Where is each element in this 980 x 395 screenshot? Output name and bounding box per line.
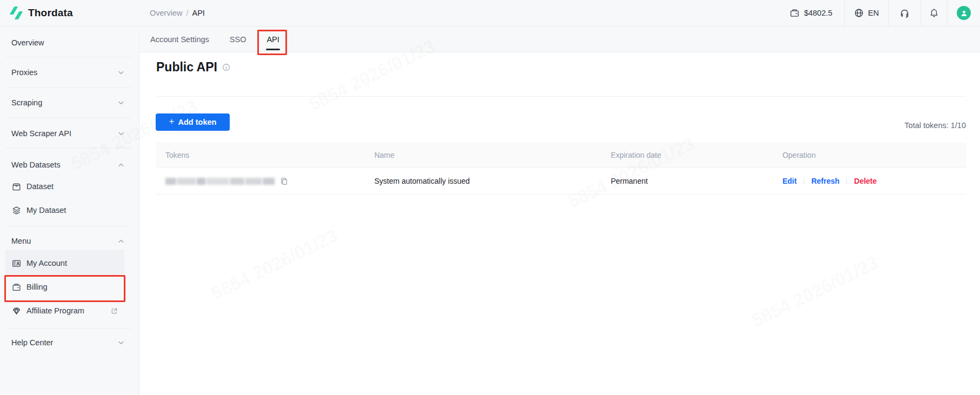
notifications-button[interactable] <box>921 0 948 26</box>
chevron-down-icon <box>118 341 124 345</box>
sidebar-divider <box>5 226 131 226</box>
chevron-down-icon <box>118 132 124 136</box>
globe-icon <box>854 8 864 18</box>
chevron-down-icon <box>118 101 124 105</box>
sidebar-item-label: Help Center <box>11 338 53 347</box>
billing-icon <box>12 283 21 292</box>
main-content: Public API + Add token Total tokens: 1/1… <box>140 52 980 395</box>
sidebar-item-dataset[interactable]: Dataset <box>0 177 139 196</box>
tab-api[interactable]: API <box>266 26 279 52</box>
sidebar-item-web-datasets[interactable]: Web Datasets <box>0 155 139 175</box>
sidebar-item-menu[interactable]: Menu <box>0 231 139 251</box>
refresh-link[interactable]: Refresh <box>811 177 839 185</box>
active-tab-underline <box>266 49 280 50</box>
thordata-dashboard: 5854 2026/01/23 5854 2026/01/23 5854 202… <box>0 0 980 395</box>
sidebar: Overview Proxies Scraping Web Scraper AP… <box>0 26 139 395</box>
sidebar-item-my-account[interactable]: My Account <box>0 252 139 274</box>
delete-link[interactable]: Delete <box>854 177 877 185</box>
balance-amount: $4802.5 <box>804 9 832 17</box>
wallet-icon <box>790 8 799 18</box>
sidebar-item-proxies[interactable]: Proxies <box>0 63 139 82</box>
info-icon[interactable] <box>222 63 230 71</box>
total-tokens-label: Total tokens: 1/10 <box>904 121 966 130</box>
sidebar-item-label: Web Scraper API <box>11 129 71 138</box>
sidebar-item-label: Overview <box>11 38 44 47</box>
my-dataset-icon <box>12 206 21 215</box>
chevron-down-icon <box>118 71 124 75</box>
sidebar-item-label: My Dataset <box>26 206 66 215</box>
sidebar-divider <box>5 148 131 148</box>
token-expiration: Permanent <box>602 177 774 185</box>
table-row: System automatically issued Permanent Ed… <box>156 168 966 195</box>
tab-label: SSO <box>230 35 246 44</box>
operation-separator <box>804 177 804 185</box>
column-header-expiration: Expiration date <box>602 151 774 159</box>
sidebar-item-label: My Account <box>26 259 67 267</box>
edit-link[interactable]: Edit <box>782 177 796 185</box>
breadcrumb: Overview / API <box>150 0 205 26</box>
plus-icon: + <box>169 116 175 127</box>
sidebar-item-affiliate-program[interactable]: Affiliate Program <box>0 301 139 320</box>
support-button[interactable] <box>889 0 921 26</box>
add-token-button[interactable]: + Add token <box>156 113 230 131</box>
tab-account-settings[interactable]: Account Settings <box>150 26 209 52</box>
sidebar-item-label: Dataset <box>26 182 54 191</box>
tab-label: API <box>266 35 279 44</box>
masked-token-value <box>165 178 275 185</box>
breadcrumb-current: API <box>192 9 204 17</box>
sidebar-divider <box>5 328 131 329</box>
tabbar: Account Settings SSO API <box>140 26 980 52</box>
sidebar-divider <box>5 88 131 88</box>
token-cell <box>156 177 365 185</box>
sidebar-item-label: Proxies <box>11 68 37 77</box>
sidebar-item-overview[interactable]: Overview <box>0 33 139 52</box>
sidebar-item-help-center[interactable]: Help Center <box>0 333 139 352</box>
brand-logo[interactable]: Thordata <box>10 0 73 26</box>
balance-display[interactable]: $4802.5 <box>778 0 844 26</box>
sidebar-item-label: Billing <box>26 283 48 291</box>
token-name: System automatically issued <box>365 177 601 185</box>
bell-icon <box>929 8 939 18</box>
topbar: Thordata Overview / API $4802.5 EN <box>0 0 980 26</box>
section-divider <box>156 96 966 97</box>
sidebar-item-label: Web Datasets <box>11 160 61 169</box>
user-menu[interactable] <box>948 0 980 26</box>
brand-name: Thordata <box>28 7 73 19</box>
page-title: Public API <box>156 60 217 75</box>
sidebar-item-label: Scraping <box>11 98 42 107</box>
language-label: EN <box>868 9 879 17</box>
breadcrumb-parent[interactable]: Overview <box>150 9 182 17</box>
tokens-table: Tokens Name Expiration date Operation <box>156 142 966 195</box>
tabs: Account Settings SSO API <box>150 26 300 52</box>
sidebar-item-label: Menu <box>11 237 31 245</box>
sidebar-item-my-dataset[interactable]: My Dataset <box>0 200 139 220</box>
sidebar-item-billing[interactable]: Billing <box>0 277 139 297</box>
breadcrumb-separator: / <box>186 9 188 17</box>
operation-separator <box>846 177 847 185</box>
thordata-logo-icon <box>10 6 23 20</box>
sidebar-divider <box>5 118 131 118</box>
sidebar-item-label: Affiliate Program <box>26 306 84 315</box>
external-link-icon <box>111 307 118 314</box>
avatar <box>957 6 971 20</box>
chevron-up-icon <box>118 163 124 167</box>
tab-label: Account Settings <box>150 35 209 44</box>
dataset-icon <box>12 182 21 191</box>
copy-icon[interactable] <box>280 177 288 185</box>
sidebar-item-web-scraper-api[interactable]: Web Scraper API <box>0 124 139 143</box>
tab-sso[interactable]: SSO <box>230 26 246 52</box>
headset-icon <box>899 8 910 18</box>
column-header-operation: Operation <box>773 151 966 159</box>
operation-cell: Edit Refresh Delete <box>773 177 966 185</box>
add-token-label: Add token <box>178 118 217 126</box>
sidebar-divider <box>5 57 131 57</box>
table-header-row: Tokens Name Expiration date Operation <box>156 142 966 168</box>
column-header-name: Name <box>365 151 601 159</box>
sidebar-item-scraping[interactable]: Scraping <box>0 93 139 112</box>
language-selector[interactable]: EN <box>845 0 889 26</box>
chevron-up-icon <box>118 239 124 243</box>
column-header-tokens: Tokens <box>156 151 365 159</box>
my-account-icon <box>12 259 21 268</box>
affiliate-program-icon <box>12 306 21 316</box>
topbar-actions: $4802.5 EN <box>778 0 980 26</box>
